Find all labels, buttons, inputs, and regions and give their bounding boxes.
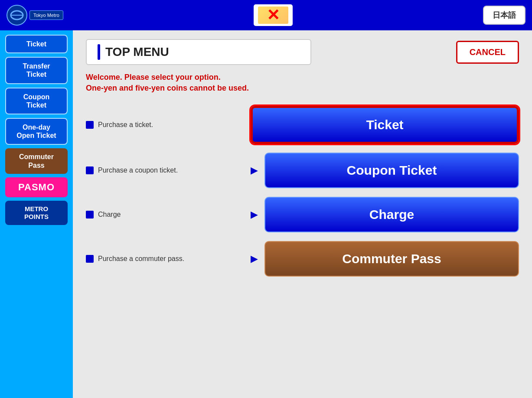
welcome-line2: One-yen and five-yen coins cannot be use… — [86, 84, 519, 93]
header: Tokyo Metro ✕ 日本語 — [0, 0, 532, 30]
coupon-label-text: Purchase a coupon ticket. — [98, 166, 178, 174]
cancel-button[interactable]: CANCEL — [456, 41, 519, 64]
content-area: TOP MENU CANCEL Welcome. Please select y… — [73, 30, 532, 398]
charge-button[interactable]: Charge — [264, 197, 519, 232]
commuter-pass-button[interactable]: Commuter Pass — [264, 241, 519, 277]
menu-row-charge: Charge ▶ Charge — [86, 197, 519, 232]
ticket-label-area: Purchase a ticket. — [86, 121, 251, 129]
charge-label-area: Charge — [86, 211, 251, 219]
ticket-label-text: Purchase a ticket. — [98, 121, 153, 129]
sidebar: Ticket TransferTicket CouponTicket One-d… — [0, 30, 73, 398]
main-layout: Ticket TransferTicket CouponTicket One-d… — [0, 30, 532, 398]
sidebar-item-metro-points[interactable]: METROPOINTS — [5, 201, 68, 225]
sidebar-item-coupon-ticket[interactable]: CouponTicket — [5, 88, 68, 114]
page-title: TOP MENU — [105, 45, 169, 59]
sidebar-item-commuter-pass[interactable]: CommuterPass — [5, 148, 68, 173]
sidebar-item-transfer-ticket[interactable]: TransferTicket — [5, 57, 68, 84]
coupon-ticket-button[interactable]: Coupon Ticket — [264, 153, 519, 188]
page-title-box: TOP MENU — [86, 39, 311, 65]
header-center-logo: ✕ — [254, 4, 293, 26]
x-mark-icon: ✕ — [267, 6, 280, 24]
ticket-square-icon — [86, 121, 94, 129]
commuter-label-text: Purchase a commuter pass. — [98, 255, 184, 263]
menu-row-coupon-ticket: Purchase a coupon ticket. ▶ Coupon Ticke… — [86, 153, 519, 188]
charge-label-text: Charge — [98, 211, 121, 219]
commuter-arrow-icon: ▶ — [251, 253, 258, 264]
coupon-label-area: Purchase a coupon ticket. — [86, 166, 251, 174]
title-accent — [98, 44, 100, 60]
welcome-line1: Welcome. Please select your option. — [86, 73, 519, 82]
coupon-square-icon — [86, 166, 94, 174]
sidebar-item-one-day-open-ticket[interactable]: One-dayOpen Ticket — [5, 118, 68, 145]
logo-text: Tokyo Metro — [29, 10, 63, 20]
coupon-arrow-icon: ▶ — [251, 165, 258, 176]
charge-square-icon — [86, 211, 94, 219]
commuter-label-area: Purchase a commuter pass. — [86, 255, 251, 263]
commuter-square-icon — [86, 255, 94, 263]
metro-logo-circle — [7, 5, 27, 26]
sidebar-item-pasmo[interactable]: PASMO — [5, 177, 68, 197]
language-button[interactable]: 日本語 — [483, 6, 525, 25]
header-logo: Tokyo Metro — [7, 5, 63, 26]
charge-arrow-icon: ▶ — [251, 209, 258, 220]
pasmo-header-logo: ✕ — [254, 4, 293, 26]
ticket-button[interactable]: Ticket — [251, 106, 519, 144]
menu-row-commuter-pass: Purchase a commuter pass. ▶ Commuter Pas… — [86, 241, 519, 277]
top-bar: TOP MENU CANCEL — [86, 39, 519, 65]
menu-row-ticket: Purchase a ticket. Ticket — [86, 106, 519, 144]
sidebar-item-ticket[interactable]: Ticket — [5, 35, 68, 53]
